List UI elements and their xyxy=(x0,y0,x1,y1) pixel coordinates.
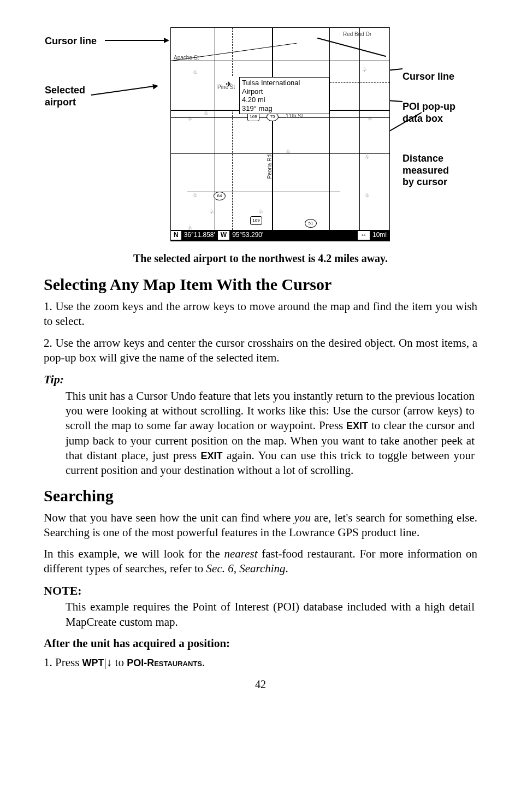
airplane-icon: ✈ xyxy=(226,80,232,90)
text: . xyxy=(286,562,288,575)
paragraph: 1. Use the zoom keys and the arrow keys … xyxy=(44,299,477,329)
figure-container: Cursor line Selected airport Cursor line… xyxy=(45,27,476,248)
label-selected-airport: Selected airport xyxy=(45,85,85,108)
heading-searching: Searching xyxy=(44,485,477,506)
arrow-head-icon xyxy=(164,38,169,43)
street-label: Peoria Rd xyxy=(266,155,273,179)
tip-body: This unit has a Cursor Undo feature that… xyxy=(66,389,475,478)
status-scale: 10mi xyxy=(370,231,389,240)
key-wpt: WPT xyxy=(82,657,104,668)
text: 1. Press xyxy=(44,656,82,669)
map-screenshot: Apache St Pine St 11th St Red Bud Dr Peo… xyxy=(170,27,390,241)
road-shield: 51 xyxy=(305,219,317,228)
text: . xyxy=(202,656,205,669)
status-lat: 36°11.858' xyxy=(181,231,218,240)
popup-line: Airport xyxy=(242,87,327,96)
arrow-head-icon xyxy=(152,83,158,89)
text: |↓ to xyxy=(104,656,127,669)
cursor-crosshair-v xyxy=(232,28,233,76)
after-position-heading: After the unit has acquired a position: xyxy=(44,636,477,651)
text: In this example, we will look for the xyxy=(44,547,224,560)
status-w: W xyxy=(218,231,229,240)
note-body: This example requires the Point of Inter… xyxy=(66,600,475,630)
label-cursor-line-right: Cursor line xyxy=(402,71,454,83)
step-1: 1. Press WPT|↓ to POI-Restaurants. xyxy=(44,655,477,670)
popup-line: 4.20 mi xyxy=(242,96,327,104)
label-cursor-line-left: Cursor line xyxy=(45,35,97,48)
text: Now that you have seen how the unit can … xyxy=(44,511,294,524)
paragraph: Now that you have seen how the unit can … xyxy=(44,511,477,541)
cursor-crosshair-v xyxy=(232,110,233,230)
key-exit: EXIT xyxy=(346,420,368,431)
poi-popup-box: Tulsa International Airport 4.20 mi 319°… xyxy=(239,77,329,114)
heading-selecting: Selecting Any Map Item With the Cursor xyxy=(44,274,477,295)
paragraph: 2. Use the arrow keys and center the cur… xyxy=(44,336,477,366)
status-n: N xyxy=(171,231,181,240)
street-label: Red Bud Dr xyxy=(343,31,371,38)
pointer-line xyxy=(105,40,165,41)
popup-line: Tulsa International xyxy=(242,79,327,87)
road-shield: 64 xyxy=(214,192,226,200)
label-poi-popup: POI pop-up data box xyxy=(402,101,455,125)
menu-poi-restaurants: POI-Restaurants xyxy=(127,657,202,668)
road-shield: 169 xyxy=(250,216,262,225)
italic-nearest: nearest xyxy=(224,547,257,560)
pointer-line xyxy=(91,86,153,96)
label-distance: Distance measured by cursor xyxy=(402,153,449,188)
status-lon: 95°53.290' xyxy=(229,231,266,240)
page-number: 42 xyxy=(44,677,477,691)
tip-label: Tip: xyxy=(44,372,477,388)
figure-caption: The selected airport to the northwest is… xyxy=(44,251,477,265)
paragraph: In this example, we will look for the ne… xyxy=(44,547,477,577)
note-label: NOTE: xyxy=(44,583,477,599)
scale-arrow-icon: ↔ xyxy=(358,231,370,240)
key-exit: EXIT xyxy=(201,451,223,461)
italic-section-ref: Sec. 6, Searching xyxy=(206,562,286,575)
street-label: Apache St xyxy=(174,54,199,61)
italic-you: you xyxy=(294,511,311,524)
map-status-bar: N 36°11.858' W 95°53.290' ↔ 10mi xyxy=(171,230,389,241)
popup-line: 319° mag xyxy=(242,104,327,113)
